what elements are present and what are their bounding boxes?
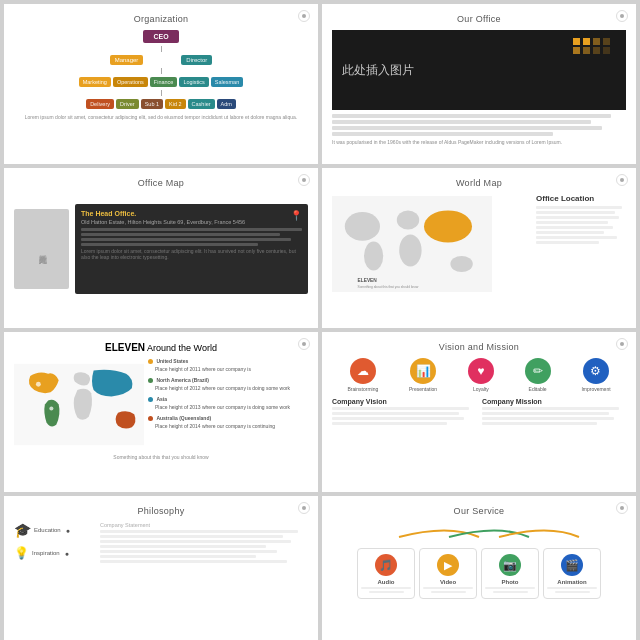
office-location-info: Office Location (536, 194, 626, 298)
slide-title-world: World Map (332, 178, 626, 188)
head-office-box: 📍 The Head Office. Old Hatton Estate, Hi… (75, 204, 308, 294)
slide-title-service: Our Service (332, 506, 626, 516)
location-icon: 📍 (290, 210, 302, 221)
improvement-label: Improvement (581, 386, 610, 392)
mission-col-title: Company Mission (482, 398, 626, 405)
legend-dot-aus (148, 416, 153, 421)
corner-indicator (616, 10, 628, 22)
eleven-content: United States Place height of 2011 where… (14, 357, 308, 452)
service-card-animation: 🎬 Animation (543, 548, 601, 599)
dept-salesman: Salesman (211, 77, 243, 87)
education-item: 🎓 Education ● (14, 522, 94, 538)
corner-indicator (616, 502, 628, 514)
slide-vision-mission: Vision and Mission ☁ Brainstorming 📊 Pre… (322, 332, 636, 492)
inspiration-item: 💡 Inspiration ● (14, 546, 94, 560)
vision-icons-row: ☁ Brainstorming 📊 Presentation ♥ Loyalty… (332, 358, 626, 392)
sub-adm: Adm (217, 99, 236, 109)
philosophy-content: 🎓 Education ● 💡 Inspiration ● Company St… (14, 522, 308, 565)
svg-text:ELEVEN: ELEVEN (358, 278, 378, 283)
slide-organization: Organization CEO Manager Director Market… (4, 4, 318, 164)
head-office-body: Lorem ipsum dolor sit amet, consectetur … (81, 248, 302, 260)
svg-text:Something about this that you : Something about this that you should kno… (358, 285, 419, 289)
org-branch-left: Manager (110, 55, 144, 65)
slide-title-vision: Vision and Mission (332, 342, 626, 352)
world-map-graphic: ELEVEN Something about this that you sho… (332, 194, 532, 298)
service-cards-row: 🎵 Audio ▶ Video 📷 Photo 🎬 Animation (332, 548, 626, 599)
corner-indicator (298, 502, 310, 514)
legend-item-us: United States Place height of 2011 where… (148, 357, 308, 373)
legend-dot-na (148, 378, 153, 383)
editable-label: Editable (529, 386, 547, 392)
vision-mission-cols: Company Vision Company Mission (332, 398, 626, 427)
org-branch-right: Director (181, 55, 212, 65)
slide-world-map: World Map ELEVEN Something about t (322, 168, 636, 328)
philosophy-icons-col: 🎓 Education ● 💡 Inspiration ● (14, 522, 94, 565)
dept-finance: Finance (150, 77, 178, 87)
org-ceo: CEO (143, 30, 178, 43)
presentation-circle: 📊 (410, 358, 436, 384)
service-card-photo: 📷 Photo (481, 548, 539, 599)
slide-title-org: Organization (14, 14, 308, 24)
presentation-label: Presentation (409, 386, 437, 392)
improvement-circle: ⚙ (583, 358, 609, 384)
office-dots-decoration (573, 38, 611, 54)
inspiration-icon: 💡 (14, 546, 29, 560)
org-chart: CEO Manager Director Marketing Operation… (14, 30, 308, 109)
icon-editable: ✏ Editable (525, 358, 551, 392)
education-dot: ● (66, 527, 70, 534)
svg-point-10 (36, 382, 41, 387)
education-label: Education (34, 527, 61, 533)
legend-dot-asia (148, 397, 153, 402)
service-arrow-svg (369, 522, 589, 542)
brainstorming-circle: ☁ (350, 358, 376, 384)
slide-our-service: Our Service 🎵 Audio ▶ Video 📷 Photo (322, 496, 636, 640)
service-card-audio: 🎵 Audio (357, 548, 415, 599)
animation-icon: 🎬 (561, 554, 583, 576)
inspiration-label: Inspiration (32, 550, 60, 556)
icon-presentation: 📊 Presentation (409, 358, 437, 392)
svg-point-2 (364, 242, 383, 271)
eleven-rest: Around the World (147, 343, 217, 353)
map-image-placeholder: 此处插入图片 (14, 209, 69, 289)
sub-sub1: Sub 1 (141, 99, 163, 109)
vision-col-title: Company Vision (332, 398, 476, 405)
office-caption: It was popularised in the 1960s with the… (332, 139, 626, 146)
org-director: Director (181, 55, 212, 65)
corner-indicator (298, 174, 310, 186)
slide-philosophy: Philosophy 🎓 Education ● 💡 Inspiration ●… (4, 496, 318, 640)
corner-indicator (298, 10, 310, 22)
org-sub-row: Delivery Driver Sub 1 Kid 2 Cashier Adm (86, 99, 236, 109)
dept-logistics: Logistics (179, 77, 208, 87)
loyalty-circle: ♥ (468, 358, 494, 384)
office-placeholder-text: 此处插入图片 (342, 62, 414, 79)
sub-driver: Driver (116, 99, 139, 109)
sub-delivery: Delivery (86, 99, 114, 109)
slide-title-office: Our Office (332, 14, 626, 24)
editable-circle: ✏ (525, 358, 551, 384)
office-location-title: Office Location (536, 194, 626, 203)
svg-point-3 (397, 210, 419, 229)
svg-point-11 (49, 407, 53, 411)
icon-brainstorming: ☁ Brainstorming (347, 358, 378, 392)
icon-improvement: ⚙ Improvement (581, 358, 610, 392)
org-manager-row: Manager Director (110, 55, 213, 65)
eleven-bold: ELEVEN (105, 342, 145, 353)
slide-office-map: Office Map 此处插入图片 📍 The Head Office. Old… (4, 168, 318, 328)
world-map-content: ELEVEN Something about this that you sho… (332, 194, 626, 298)
slide-eleven: ELEVEN Around the World United States (4, 332, 318, 492)
audio-icon: 🎵 (375, 554, 397, 576)
dept-operations: Operations (113, 77, 148, 87)
vision-col: Company Vision (332, 398, 476, 427)
brainstorming-label: Brainstorming (347, 386, 378, 392)
org-manager: Manager (110, 55, 144, 65)
corner-indicator (298, 338, 310, 350)
eleven-title: ELEVEN Around the World (14, 342, 308, 353)
legend-item-asia: Asia Place height of 2013 where our comp… (148, 395, 308, 411)
eleven-world-map (14, 357, 144, 452)
sub-cashier: Cashier (188, 99, 215, 109)
corner-indicator (616, 338, 628, 350)
legend-item-na: North America (Brazil) Place height of 2… (148, 376, 308, 392)
icon-loyalty: ♥ Loyalty (468, 358, 494, 392)
office-image: 此处插入图片 (332, 30, 626, 110)
office-map-content: 此处插入图片 📍 The Head Office. Old Hatton Est… (14, 194, 308, 304)
